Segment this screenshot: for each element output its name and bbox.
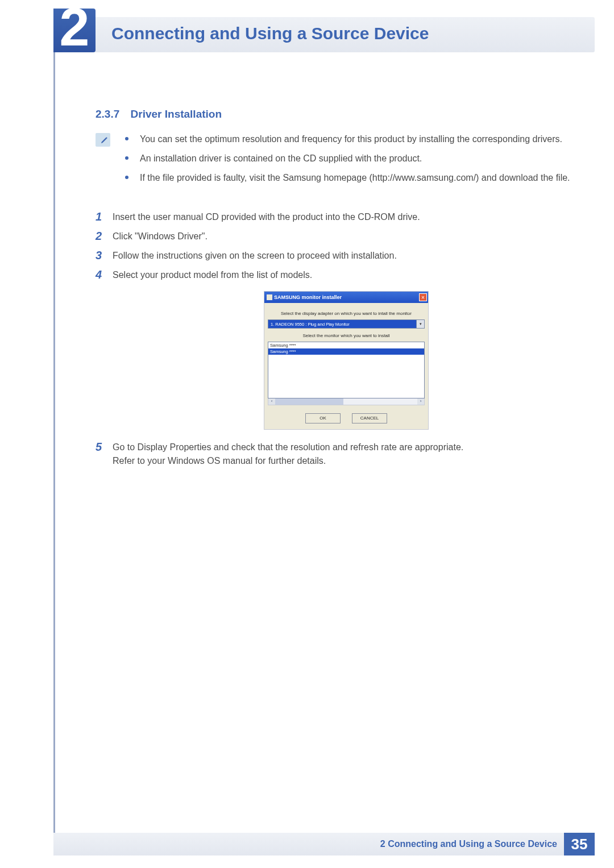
note-text: An installation driver is contained on t… xyxy=(140,152,422,165)
step-text: Follow the instructions given on the scr… xyxy=(113,249,397,263)
installer-dialog: SAMSUNG monitor installer × Select the d… xyxy=(264,291,429,430)
note-item: An installation driver is contained on t… xyxy=(125,152,580,165)
page: 2 Connecting and Using a Source Device 2… xyxy=(0,0,614,868)
monitor-listbox[interactable]: Samsung **** Samsung **** xyxy=(268,342,425,398)
step-number: 1 xyxy=(96,210,109,223)
note-item: If the file provided is faulty, visit th… xyxy=(125,171,580,185)
step-text: Click "Windows Driver". xyxy=(113,230,208,243)
step-3: 3 Follow the instructions given on the s… xyxy=(96,249,580,263)
scroll-track[interactable] xyxy=(275,398,417,405)
pencil-icon xyxy=(100,135,109,144)
dialog-buttons: OK CANCEL xyxy=(268,413,425,423)
adapter-select[interactable]: 1. RADEON 9550 : Plug and Play Monitor ▾ xyxy=(268,319,425,329)
step-number: 3 xyxy=(96,249,109,261)
step-number: 4 xyxy=(96,268,109,281)
scroll-right-icon[interactable]: › xyxy=(417,398,424,405)
cancel-button[interactable]: CANCEL xyxy=(352,413,387,423)
adapter-select-value: 1. RADEON 9550 : Plug and Play Monitor xyxy=(268,319,417,329)
step-text: Go to Display Properties and check that … xyxy=(113,441,463,468)
section-heading: 2.3.7 Driver Installation xyxy=(96,108,222,121)
note-text: If the file provided is faulty, visit th… xyxy=(140,171,570,185)
chapter-badge: 2 xyxy=(53,9,96,52)
ok-button[interactable]: OK xyxy=(305,413,341,423)
monitor-label: Select the monitor which you want to ins… xyxy=(268,333,425,338)
step-2: 2 Click "Windows Driver". xyxy=(96,230,580,243)
dialog-body: Select the display adapter on which you … xyxy=(264,303,428,429)
close-icon[interactable]: × xyxy=(419,293,427,301)
chapter-title: Connecting and Using a Source Device xyxy=(111,24,429,43)
step-text-line2: Refer to your Windows OS manual for furt… xyxy=(113,456,326,466)
chevron-down-icon[interactable]: ▾ xyxy=(417,319,425,329)
left-rule xyxy=(53,17,55,855)
bullet-icon xyxy=(125,137,128,140)
note-list: You can set the optimum resolution and f… xyxy=(125,132,580,190)
bullet-icon xyxy=(125,176,128,179)
dialog-title: SAMSUNG monitor installer xyxy=(267,294,342,300)
list-item[interactable]: Samsung **** xyxy=(268,348,424,355)
step-5-row: 5 Go to Display Properties and check tha… xyxy=(96,441,580,468)
page-number: 35 xyxy=(564,833,595,855)
step-text: Insert the user manual CD provided with … xyxy=(113,210,420,224)
step-number: 2 xyxy=(96,230,109,242)
footer-band: 2 Connecting and Using a Source Device 3… xyxy=(53,833,595,855)
note-icon xyxy=(96,133,110,147)
step-4: 4 Select your product model from the lis… xyxy=(96,268,580,282)
step-text: Select your product model from the list … xyxy=(113,268,312,282)
scroll-left-icon[interactable]: ‹ xyxy=(268,398,275,405)
horizontal-scrollbar[interactable]: ‹ › xyxy=(268,398,425,405)
note-text: You can set the optimum resolution and f… xyxy=(140,132,562,146)
adapter-label: Select the display adapter on which you … xyxy=(268,311,425,316)
chapter-number: 2 xyxy=(60,5,90,49)
footer-label: 2 Connecting and Using a Source Device xyxy=(380,839,557,849)
steps-list: 1 Insert the user manual CD provided wit… xyxy=(96,210,580,435)
app-icon xyxy=(267,294,272,300)
step-number: 5 xyxy=(96,441,109,453)
section-title: Driver Installation xyxy=(131,108,222,120)
list-item[interactable]: Samsung **** xyxy=(268,342,424,348)
section-number: 2.3.7 xyxy=(96,108,119,120)
step-5: 5 Go to Display Properties and check tha… xyxy=(96,441,580,474)
scroll-thumb[interactable] xyxy=(275,398,343,405)
dialog-title-text: SAMSUNG monitor installer xyxy=(274,294,342,300)
step-text-line1: Go to Display Properties and check that … xyxy=(113,442,463,452)
dialog-titlebar: SAMSUNG monitor installer × xyxy=(264,292,428,303)
bullet-icon xyxy=(125,156,128,160)
step-1: 1 Insert the user manual CD provided wit… xyxy=(96,210,580,224)
note-item: You can set the optimum resolution and f… xyxy=(125,132,580,146)
